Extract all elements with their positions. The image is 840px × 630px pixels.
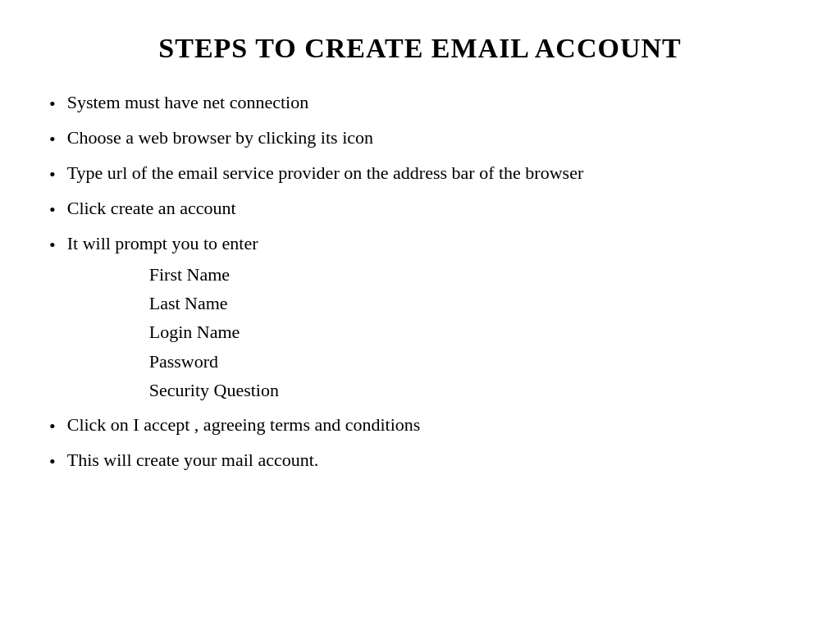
bullet-text: Click on I accept , agreeing terms and c… (67, 414, 421, 435)
bullet-text: Choose a web browser by clicking its ico… (67, 127, 373, 148)
bullet-text: This will create your mail account. (67, 450, 319, 470)
bullet-dot: • (49, 448, 56, 475)
bullet-dot: • (49, 196, 56, 223)
slide-title: STEPS TO CREATE EMAIL ACCOUNT (49, 33, 791, 64)
list-item: •This will create your mail account. (49, 446, 791, 475)
sub-list-item: First Name (67, 260, 791, 289)
list-item: •Type url of the email service provider … (49, 159, 791, 188)
sub-list-item: Password (67, 347, 791, 376)
bullet-dot: • (49, 126, 56, 153)
list-item: •Click on I accept , agreeing terms and … (49, 411, 791, 440)
bullet-text: System must have net connection (67, 92, 309, 112)
sub-list: First NameLast NameLogin NamePasswordSec… (67, 260, 791, 404)
list-item: •System must have net connection (49, 89, 791, 117)
list-item: •Click create an account (49, 194, 791, 223)
bullet-text: It will prompt you to enter (67, 233, 258, 253)
bullet-text: Click create an account (67, 198, 236, 218)
bullet-dot: • (49, 161, 56, 188)
bullet-dot: • (49, 90, 56, 117)
list-item: •It will prompt you to enterFirst NameLa… (49, 230, 791, 404)
sub-list-item: Login Name (67, 317, 791, 346)
bullet-list: •System must have net connection•Choose … (49, 89, 791, 482)
sub-list-item: Last Name (67, 289, 791, 317)
slide: STEPS TO CREATE EMAIL ACCOUNT •System mu… (0, 0, 840, 630)
bullet-dot: • (49, 413, 56, 440)
list-item: •Choose a web browser by clicking its ic… (49, 124, 791, 153)
sub-list-item: Security Question (67, 376, 791, 404)
bullet-text: Type url of the email service provider o… (67, 162, 584, 183)
bullet-dot: • (49, 231, 56, 258)
